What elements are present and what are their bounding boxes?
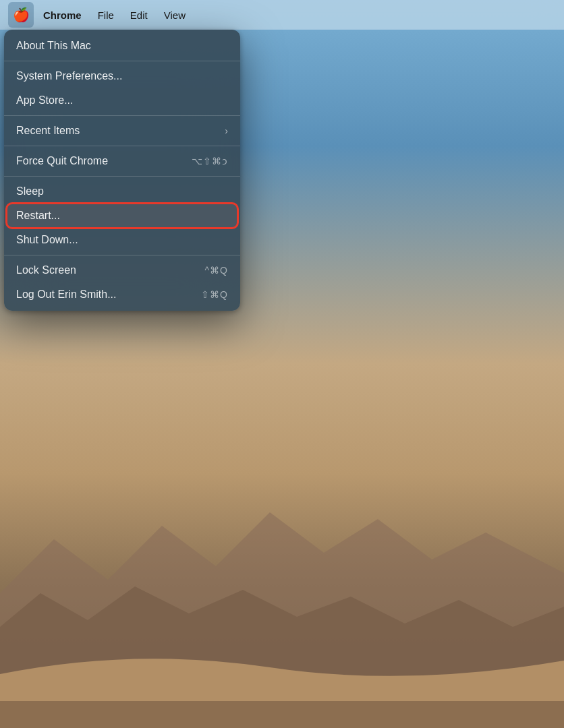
apple-menu-button[interactable]: 🍎 <box>8 2 34 28</box>
menu-item-restart[interactable]: Restart... <box>7 204 237 228</box>
menu-item-force-quit[interactable]: Force Quit Chrome ⌥⇧⌘ↄ <box>4 149 240 173</box>
menu-bar-view[interactable]: View <box>157 7 192 24</box>
submenu-arrow-icon: › <box>225 125 228 136</box>
separator-5 <box>4 255 240 255</box>
menu-bar-chrome[interactable]: Chrome <box>36 7 88 24</box>
apple-dropdown-menu: About This Mac System Preferences... App… <box>4 30 240 311</box>
menu-bar: 🍎 Chrome File Edit View <box>0 0 564 30</box>
separator-1 <box>4 61 240 61</box>
separator-3 <box>4 146 240 146</box>
menu-item-lock-screen[interactable]: Lock Screen ^⌘Q <box>4 258 240 282</box>
menu-item-shut-down[interactable]: Shut Down... <box>4 228 240 252</box>
menu-item-system-prefs[interactable]: System Preferences... <box>4 64 240 88</box>
separator-2 <box>4 115 240 116</box>
menu-item-log-out[interactable]: Log Out Erin Smith... ⇧⌘Q <box>4 282 240 307</box>
menu-item-recent-items[interactable]: Recent Items › <box>4 119 240 143</box>
menu-bar-edit[interactable]: Edit <box>123 7 154 24</box>
menu-item-app-store[interactable]: App Store... <box>4 88 240 113</box>
separator-4 <box>4 176 240 177</box>
menu-item-sleep[interactable]: Sleep <box>4 179 240 204</box>
desktop-scene <box>0 458 564 728</box>
menu-item-about[interactable]: About This Mac <box>4 34 240 58</box>
svg-rect-0 <box>0 701 564 728</box>
menu-bar-file[interactable]: File <box>91 7 121 24</box>
